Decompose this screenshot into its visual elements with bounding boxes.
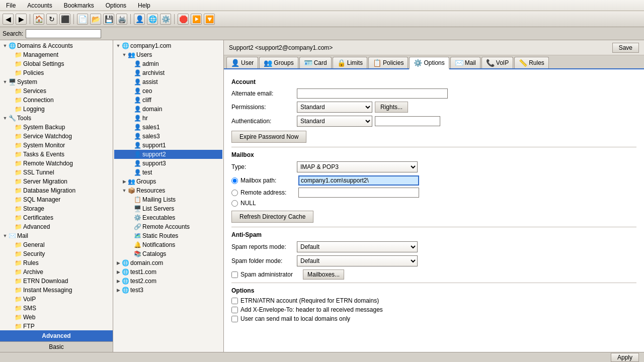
user-support1[interactable]: 👤 support1 xyxy=(114,141,222,150)
sidebar-item-database-migration[interactable]: 📁 Database Migration xyxy=(1,186,112,195)
t2-expand[interactable]: ▶ xyxy=(115,278,121,284)
company1-node[interactable]: ▼ 🌐 company1.com xyxy=(114,41,222,50)
user-domain[interactable]: 👤 domain xyxy=(114,105,222,114)
sidebar-item-tasks[interactable]: 📁 Tasks & Events xyxy=(1,150,112,159)
sidebar-item-remote-watchdog[interactable]: 📁 Remote Watchdog xyxy=(1,159,112,168)
sidebar-item-connection[interactable]: 📁 Connection xyxy=(1,96,112,105)
sidebar-item-storage[interactable]: 📁 Storage xyxy=(1,204,112,213)
sidebar-item-mail[interactable]: ▼ ✉️ Mail xyxy=(1,231,112,240)
sidebar-item-general[interactable]: 📁 General xyxy=(1,240,112,249)
mailboxes-button[interactable]: Mailboxes... xyxy=(303,269,344,280)
users-expand[interactable]: ▼ xyxy=(121,52,127,58)
mail-arrow[interactable]: ▼ xyxy=(2,233,8,239)
catalogs-node[interactable]: 📚 Catalogs xyxy=(114,249,222,258)
user-admin[interactable]: 👤 admin xyxy=(114,59,222,68)
print-button[interactable]: 🖨️ xyxy=(116,14,127,25)
user-support3[interactable]: 👤 support3 xyxy=(114,159,222,168)
tab-groups[interactable]: 👥 Groups xyxy=(259,57,298,68)
settings-button[interactable]: ⚙️ xyxy=(160,14,171,25)
sidebar-item-logging[interactable]: 📁 Logging xyxy=(1,105,112,114)
sidebar-item-web[interactable]: 📁 Web xyxy=(1,313,112,322)
new-button[interactable]: 📄 xyxy=(77,14,88,25)
sidebar-item-archive[interactable]: 📁 Archive xyxy=(1,267,112,277)
sidebar-item-security[interactable]: 📁 Security xyxy=(1,249,112,258)
sidebar-item-tools[interactable]: ▼ 🔧 Tools xyxy=(1,114,112,123)
user-test[interactable]: 👤 test xyxy=(114,168,222,177)
play-button[interactable]: ▶️ xyxy=(191,14,202,25)
resources-node[interactable]: ▼ 📦 Resources xyxy=(114,186,222,195)
basic-mode-button[interactable]: Basic xyxy=(0,341,113,352)
list-servers-node[interactable]: 🖥️ List Servers xyxy=(114,204,222,213)
globe-button[interactable]: 🌐 xyxy=(147,14,158,25)
menu-help[interactable]: Help xyxy=(136,2,152,9)
sidebar-item-global-settings[interactable]: 📁 Global Settings xyxy=(1,59,112,68)
tab-user[interactable]: 👤 User xyxy=(226,57,258,68)
sidebar-item-ftp[interactable]: 📁 FTP xyxy=(1,322,112,330)
menu-file[interactable]: File xyxy=(4,2,18,9)
save-button[interactable]: Save xyxy=(612,43,639,53)
remote-address-input[interactable] xyxy=(298,188,419,198)
refresh-button[interactable]: ↻ xyxy=(46,14,57,25)
users-node[interactable]: ▼ 👥 Users xyxy=(114,50,222,59)
type-select[interactable]: IMAP & POP3 xyxy=(297,161,418,172)
test2-com-node[interactable]: ▶ 🌐 test2.com xyxy=(114,277,222,286)
menu-options[interactable]: Options xyxy=(104,2,128,9)
test1-com-node[interactable]: ▶ 🌐 test1.com xyxy=(114,267,222,277)
user-sales1[interactable]: 👤 sales1 xyxy=(114,123,222,132)
forward-button[interactable]: ▶ xyxy=(16,14,27,25)
stop2-button[interactable]: 🛑 xyxy=(178,14,189,25)
sidebar-item-server-migration[interactable]: 📁 Server Migration xyxy=(1,177,112,186)
sidebar-item-voip[interactable]: 📁 VoIP xyxy=(1,295,112,304)
notifications-node[interactable]: 🔔 Notifications xyxy=(114,240,222,249)
rights-button[interactable]: Rights... xyxy=(375,102,408,113)
sidebar-item-domains[interactable]: ▼ 🌐 Domains & Accounts xyxy=(1,41,112,50)
mailbox-path-radio[interactable] xyxy=(231,177,238,184)
tab-options[interactable]: ⚙️ Options xyxy=(409,57,449,69)
home-button[interactable]: 🏠 xyxy=(33,14,44,25)
back-button[interactable]: ◀ xyxy=(3,14,14,25)
user-assist[interactable]: 👤 assist xyxy=(114,77,222,86)
authentication-select[interactable]: Standard xyxy=(297,116,372,127)
user-ceo[interactable]: 👤 ceo xyxy=(114,86,222,96)
mailing-lists-node[interactable]: 📋 Mailing Lists xyxy=(114,195,222,204)
auth-input[interactable] xyxy=(375,116,440,126)
alternate-email-input[interactable] xyxy=(297,88,448,99)
comp1-arrow[interactable]: ▼ xyxy=(115,43,121,49)
groups-node[interactable]: ▶ 👥 Groups xyxy=(114,177,222,186)
menu-accounts[interactable]: Accounts xyxy=(25,2,54,9)
sidebar-item-advanced-tools[interactable]: 📁 Advanced xyxy=(1,222,112,231)
sidebar-item-im[interactable]: 📁 Instant Messaging xyxy=(1,286,112,295)
t3-expand[interactable]: ▶ xyxy=(115,287,121,293)
refresh-directory-button[interactable]: Refresh Directory Cache xyxy=(231,211,313,223)
local-only-checkbox[interactable] xyxy=(231,316,238,322)
sidebar-item-sms[interactable]: 📁 SMS xyxy=(1,304,112,313)
save-toolbar-button[interactable]: 💾 xyxy=(103,14,114,25)
domains-arrow[interactable]: ▼ xyxy=(2,43,8,49)
xenvelope-checkbox[interactable] xyxy=(231,307,238,313)
open-button[interactable]: 📂 xyxy=(90,14,101,25)
resources-expand[interactable]: ▼ xyxy=(121,188,127,194)
tab-rules[interactable]: 📏 Rules xyxy=(514,57,549,68)
spam-admin-checkbox[interactable] xyxy=(231,272,238,278)
remote-accounts-node[interactable]: 🔗 Remote Accounts xyxy=(114,222,222,231)
sidebar-item-sql-manager[interactable]: 📁 SQL Manager xyxy=(1,195,112,204)
tab-policies[interactable]: 📋 Policies xyxy=(368,57,408,68)
search-input[interactable] xyxy=(26,29,101,38)
tab-limits[interactable]: 🔒 Limits xyxy=(333,57,367,68)
test3-node[interactable]: ▶ 🌐 test3 xyxy=(114,286,222,295)
expire-password-button[interactable]: Expire Password Now xyxy=(231,131,306,143)
spam-folder-select[interactable]: Default xyxy=(297,255,418,266)
static-routes-node[interactable]: 🗺️ Static Routes xyxy=(114,231,222,240)
permissions-select[interactable]: Standard xyxy=(297,102,372,113)
null-radio[interactable] xyxy=(231,200,238,207)
sidebar-item-system-monitor[interactable]: 📁 System Monitor xyxy=(1,141,112,150)
tab-mail[interactable]: ✉️ Mail xyxy=(450,57,480,68)
filter-button[interactable]: 🔽 xyxy=(204,14,215,25)
sidebar-item-ssl-tunnel[interactable]: 📁 SSL Tunnel xyxy=(1,168,112,177)
user-cliff[interactable]: 👤 cliff xyxy=(114,96,222,105)
sidebar-item-etrn[interactable]: 📁 ETRN Download xyxy=(1,277,112,286)
sidebar-item-system-backup[interactable]: 📁 System Backup xyxy=(1,123,112,132)
sidebar-item-management[interactable]: 📁 Management xyxy=(1,50,112,59)
user-sales3[interactable]: 👤 sales3 xyxy=(114,132,222,141)
sidebar-item-certificates[interactable]: 📁 Certificates xyxy=(1,213,112,222)
